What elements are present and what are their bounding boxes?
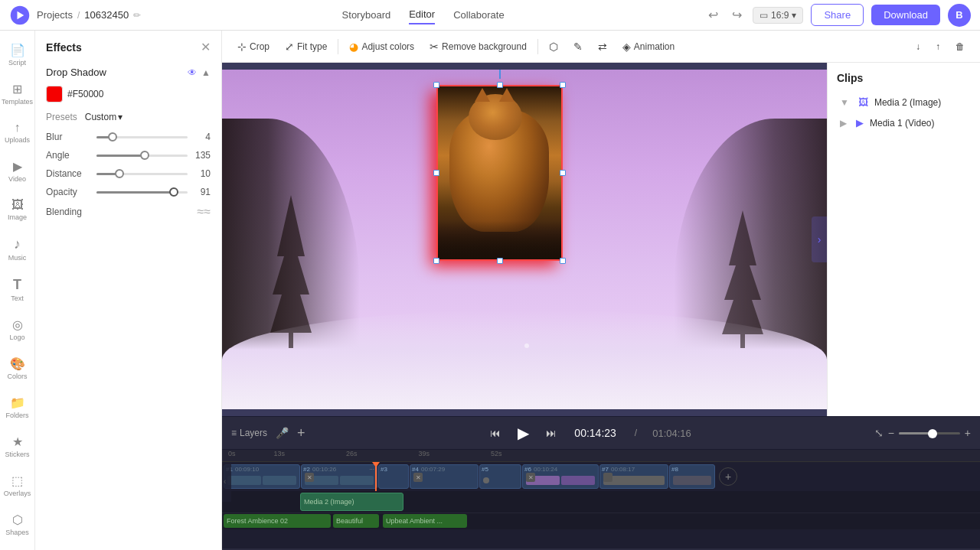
nav-editor[interactable]: Editor	[409, 5, 435, 24]
sidebar-item-overlays[interactable]: ⬚ Overlays	[1, 467, 34, 503]
add-clip-button[interactable]: +	[297, 425, 305, 441]
upload-button[interactable]: ↑	[929, 37, 946, 56]
rotate-line	[499, 70, 501, 79]
animation-label: Animation	[634, 41, 675, 52]
clip-item-media1[interactable]: ▶ ▶ Media 1 (Video)	[837, 112, 971, 133]
share-button[interactable]: Share	[811, 4, 864, 26]
drop-shadow-actions: 👁 ▲	[188, 67, 211, 78]
custom-button[interactable]: Custom ▾	[85, 112, 122, 122]
sidebar-item-music[interactable]: ♪ Music	[1, 230, 34, 268]
add-segment-button[interactable]: +	[719, 467, 737, 486]
image-element-wrapper[interactable]	[436, 85, 563, 261]
nav-storyboard[interactable]: Storyboard	[342, 6, 391, 24]
canvas-area[interactable]: ›	[222, 63, 827, 416]
remove-bg-button[interactable]: ✂ Remove background	[423, 37, 533, 57]
delete-button[interactable]: 🗑	[949, 37, 971, 56]
download-frame-button[interactable]: ↓	[910, 37, 926, 56]
fit-timeline-button[interactable]: ⤡	[874, 427, 884, 439]
sidebar-overlays-label: Overlays	[4, 490, 31, 497]
image-track-row: Media 2 (Image)	[222, 491, 980, 513]
skip-back-button[interactable]: ⏮	[488, 425, 503, 441]
ruler-mark-52s: 52s	[491, 450, 502, 461]
audio-clip-upbeat[interactable]: Upbeat Ambient ...	[383, 514, 467, 528]
clip-6[interactable]: #6 00:10:24 ✕	[522, 464, 599, 489]
avatar[interactable]: B	[948, 4, 971, 27]
zoom-out-button[interactable]: −	[888, 427, 894, 439]
sidebar-item-logo[interactable]: ◎ Logo	[1, 311, 34, 347]
resize-handle-bot-right[interactable]	[560, 258, 566, 264]
animation-button[interactable]: ◈ Animation	[616, 37, 681, 57]
layers-label: Layers	[240, 428, 267, 438]
audio-clip-beautiful[interactable]: Beautiful	[333, 514, 379, 528]
sidebar-item-shapes[interactable]: ⬡ Shapes	[1, 506, 34, 542]
clip-item-media2[interactable]: ▼ 🖼 Media 2 (Image)	[837, 92, 971, 112]
redo-button[interactable]: ↪	[729, 5, 745, 25]
undo-button[interactable]: ↩	[705, 5, 721, 25]
layers-button[interactable]: ≡ Layers	[231, 428, 267, 438]
angle-slider[interactable]	[96, 155, 188, 157]
sidebar-item-masks[interactable]: ◑ Masks	[1, 545, 34, 550]
sidebar-item-image[interactable]: 🖼 Image	[1, 192, 34, 227]
thumb-7a	[603, 476, 665, 485]
adjust-colors-button[interactable]: ◕ Adjust colors	[343, 37, 420, 57]
blending-mode-icon[interactable]: ≈≈	[197, 205, 211, 219]
resize-handle-mid-right[interactable]	[560, 170, 566, 176]
time-separator: /	[635, 428, 637, 438]
projects-link[interactable]: Projects	[37, 9, 73, 21]
breadcrumb-sep: /	[77, 10, 80, 21]
opacity-slider[interactable]	[96, 191, 188, 194]
clip-3[interactable]: #3	[378, 464, 409, 489]
color-swatch[interactable]	[46, 86, 63, 103]
clip-2[interactable]: #2 00:10:26 ··· ✕	[301, 464, 377, 489]
logo[interactable]	[9, 5, 31, 26]
clip-8[interactable]: #8	[669, 464, 715, 489]
download-button[interactable]: Download	[871, 5, 940, 25]
visibility-eye-icon[interactable]: 👁	[188, 67, 197, 78]
skip-forward-button[interactable]: ⏭	[544, 425, 559, 441]
distance-slider[interactable]	[96, 173, 188, 175]
nav-collaborate[interactable]: Collaborate	[453, 6, 505, 24]
resize-handle-top-right[interactable]	[560, 82, 566, 88]
resize-handle-mid-left[interactable]	[433, 170, 439, 176]
snap-dot	[524, 343, 529, 348]
thumb-1b	[263, 476, 296, 485]
edit-name-icon[interactable]: ✏	[133, 10, 141, 21]
resize-handle-bot-mid[interactable]	[497, 258, 503, 264]
clip-1[interactable]: #1 00:09:10	[224, 464, 300, 489]
sidebar-item-templates[interactable]: ⊞ Templates	[1, 76, 34, 112]
collapse-chevron-icon[interactable]: ▲	[201, 67, 211, 78]
play-button[interactable]: ▶	[515, 421, 531, 444]
resize-handle-top-left[interactable]	[433, 82, 439, 88]
mask-button[interactable]: ⬡	[543, 37, 564, 57]
clip-5[interactable]: #5	[479, 464, 521, 489]
audio-clip-forest[interactable]: Forest Ambience 02	[224, 514, 331, 528]
sidebar-item-folders[interactable]: 📁 Folders	[1, 389, 34, 425]
resize-handle-bot-left[interactable]	[433, 258, 439, 264]
draw-button[interactable]: ✎	[567, 37, 589, 57]
sidebar-item-uploads[interactable]: ↑ Uploads	[1, 115, 34, 150]
clip-4[interactable]: #4 00:07:29 ✕	[410, 464, 479, 489]
sidebar-item-stickers[interactable]: ★ Stickers	[1, 428, 34, 464]
distance-slider-row: Distance 10	[46, 168, 211, 179]
sidebar-item-video[interactable]: ▶ Video	[1, 153, 34, 189]
zoom-slider[interactable]	[899, 432, 960, 434]
ratio-label: 16:9	[771, 10, 789, 21]
flip-button[interactable]: ⇄	[592, 37, 613, 57]
clip-7[interactable]: #7 00:08:17	[599, 464, 668, 489]
fit-type-button[interactable]: ⤢ Fit type	[279, 37, 333, 57]
image-clip-track[interactable]: Media 2 (Image)	[300, 493, 403, 511]
ratio-button[interactable]: ▭ 16:9 ▾	[753, 7, 803, 24]
blur-slider[interactable]	[96, 136, 188, 138]
sidebar-item-text[interactable]: T Text	[1, 271, 34, 308]
zoom-thumb[interactable]	[928, 429, 937, 438]
timeline-ruler: 0s 13s 26s 39s 52s	[222, 450, 980, 462]
resize-handle-top-mid[interactable]	[497, 82, 503, 88]
microphone-button[interactable]: 🎤	[273, 425, 291, 441]
clip-2-time: 00:10:26	[312, 466, 336, 473]
effects-close-button[interactable]: ✕	[201, 40, 211, 54]
center-right-area: ⊹ Crop ⤢ Fit type ◕ Adjust colors ✂ Remo…	[222, 31, 980, 550]
crop-button[interactable]: ⊹ Crop	[231, 37, 276, 57]
sidebar-item-colors[interactable]: 🎨 Colors	[1, 350, 34, 386]
zoom-in-button[interactable]: +	[965, 427, 971, 439]
sidebar-item-script[interactable]: 📄 Script	[1, 37, 34, 73]
